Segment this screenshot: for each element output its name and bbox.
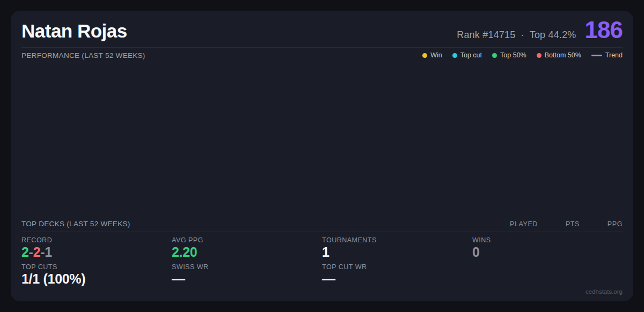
header-rank-group: Rank #14715 · Top 44.2% 186 — [457, 18, 623, 42]
legend-label: Top cut — [460, 51, 482, 59]
top-cuts-value: 1/1 (100%) — [21, 271, 172, 287]
stat-label: TOP CUT WR — [322, 263, 472, 271]
legend-label: Top 50% — [500, 51, 526, 59]
legend-item-win: Win — [422, 51, 442, 59]
column-header-played: PLAYED — [500, 220, 538, 228]
legend-item-topcut: Top cut — [452, 51, 482, 59]
stat-label: WINS — [472, 236, 623, 244]
legend-item-bottom50: Bottom 50% — [537, 51, 581, 59]
page-title: Natan Rojas — [21, 20, 127, 42]
legend-label: Bottom 50% — [545, 51, 581, 59]
legend-label: Win — [430, 51, 442, 59]
bottom50-dot-icon — [537, 53, 541, 58]
top-decks-header-row: TOP DECKS (LAST 52 WEEKS) PLAYED PTS PPG — [21, 217, 623, 232]
separator-dot: · — [521, 29, 524, 41]
top-decks-column-headers: PLAYED PTS PPG — [500, 220, 623, 228]
win-dot-icon — [422, 53, 427, 58]
avg-ppg-value: 2.20 — [172, 244, 322, 260]
watermark: cedhstats.org — [586, 288, 623, 295]
stat-label: TOP CUTS — [21, 263, 172, 271]
top50-dot-icon — [492, 53, 497, 58]
stat-wins: WINS 0 — [472, 236, 623, 262]
stat-label: RECORD — [21, 236, 172, 244]
record-losses: 2 — [33, 244, 41, 259]
topcut-dot-icon — [452, 53, 457, 58]
legend-item-top50: Top 50% — [492, 51, 526, 59]
trend-line-icon — [591, 55, 602, 56]
stat-label: AVG PPG — [172, 236, 322, 244]
player-stats-card: Natan Rojas Rank #14715 · Top 44.2% 186 … — [11, 11, 633, 301]
legend-item-trend: Trend — [591, 51, 623, 59]
top-cut-wr-value: — — [322, 271, 472, 287]
stat-label: SWISS WR — [172, 263, 322, 271]
stats-grid: RECORD 2-2-1 AVG PPG 2.20 TOURNAMENTS 1 … — [21, 232, 623, 289]
legend-label: Trend — [605, 51, 623, 59]
record-wins: 2 — [21, 244, 29, 259]
stat-top-cuts: TOP CUTS 1/1 (100%) — [21, 263, 172, 288]
performance-chart — [21, 63, 623, 217]
record-value: 2-2-1 — [21, 244, 172, 260]
column-header-ppg: PPG — [580, 220, 623, 228]
chart-legend: Win Top cut Top 50% Bottom 50% Trend — [422, 51, 623, 59]
stat-tournaments: TOURNAMENTS 1 — [322, 236, 472, 262]
performance-section-title: PERFORMANCE (LAST 52 WEEKS) — [21, 51, 145, 60]
score-value: 186 — [585, 18, 623, 42]
stat-record: RECORD 2-2-1 — [21, 236, 172, 262]
rank-line: Rank #14715 · Top 44.2% — [457, 29, 576, 41]
top-percent-text: Top 44.2% — [530, 29, 576, 41]
stat-swiss-wr: SWISS WR — — [172, 263, 322, 288]
stat-top-cut-wr: TOP CUT WR — — [322, 263, 472, 288]
performance-header-row: PERFORMANCE (LAST 52 WEEKS) Win Top cut … — [21, 48, 623, 63]
stat-avg-ppg: AVG PPG 2.20 — [172, 236, 322, 262]
rank-text: Rank #14715 — [457, 29, 515, 41]
column-header-pts: PTS — [538, 220, 580, 228]
tournaments-value: 1 — [322, 244, 472, 260]
top-decks-section-title: TOP DECKS (LAST 52 WEEKS) — [21, 220, 130, 228]
stat-label: TOURNAMENTS — [322, 236, 472, 244]
record-draws: 1 — [45, 244, 52, 259]
swiss-wr-value: — — [172, 271, 322, 287]
record-separator: - — [29, 244, 33, 259]
card-header: Natan Rojas Rank #14715 · Top 44.2% 186 — [21, 18, 623, 47]
stat-empty — [472, 263, 623, 288]
wins-value: 0 — [472, 244, 623, 260]
